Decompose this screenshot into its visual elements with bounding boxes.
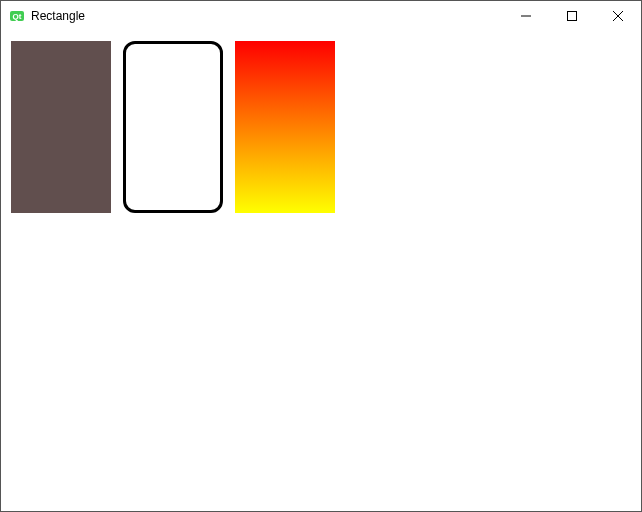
content-area — [1, 31, 641, 511]
rectangle-gradient — [235, 41, 335, 213]
titlebar: Qt Rectangle — [1, 1, 641, 31]
close-icon — [613, 11, 623, 21]
app-window: Qt Rectangle — [0, 0, 642, 512]
titlebar-left: Qt Rectangle — [1, 8, 503, 24]
maximize-button[interactable] — [549, 1, 595, 31]
rectangle-outline — [123, 41, 223, 213]
svg-rect-3 — [568, 12, 577, 21]
app-icon: Qt — [9, 8, 25, 24]
window-controls — [503, 1, 641, 31]
close-button[interactable] — [595, 1, 641, 31]
window-title: Rectangle — [31, 9, 85, 23]
svg-text:Qt: Qt — [13, 12, 22, 21]
minimize-button[interactable] — [503, 1, 549, 31]
maximize-icon — [567, 11, 577, 21]
rectangle-solid — [11, 41, 111, 213]
minimize-icon — [521, 11, 531, 21]
